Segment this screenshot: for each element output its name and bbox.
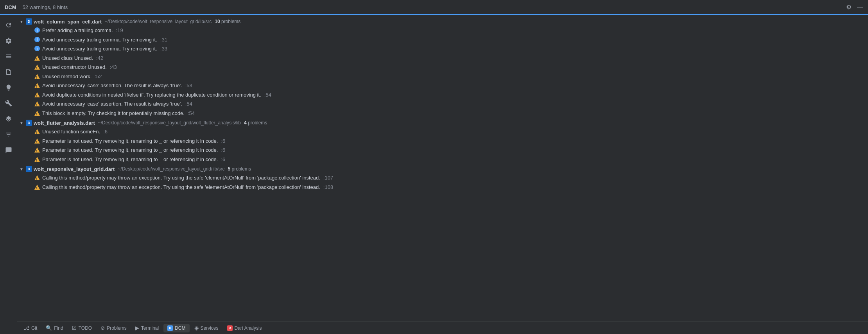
issue-text: Avoid unnecessary 'case' assertion. The …: [42, 100, 182, 108]
issue-3-1[interactable]: Calling this method/property may throw a…: [17, 173, 868, 183]
issue-line: :54: [188, 110, 195, 117]
issue-text: Avoid unnecessary trailing comma. Try re…: [42, 45, 157, 53]
find-icon: 🔍: [46, 325, 52, 331]
issue-text: Unused function someFn.: [42, 128, 100, 136]
dcm-toolbar-icon: D: [167, 325, 173, 331]
file-group-1: ▼ D wolt_column_span_cell.dart ~/Desktop…: [17, 17, 868, 118]
toolbar-problems[interactable]: ⊘ Problems: [97, 323, 131, 332]
dart-analysis-icon: D: [227, 325, 233, 331]
warning-icon: [34, 110, 40, 116]
issue-2-1[interactable]: Unused function someFn. :6: [17, 127, 868, 136]
sidebar-document-icon[interactable]: [2, 65, 16, 79]
warning-icon: [34, 138, 40, 144]
issue-1-4[interactable]: Unused class Unused. :42: [17, 54, 868, 63]
file-name-3: wolt_responsive_layout_grid.dart: [34, 166, 115, 172]
toolbar-git-label: Git: [31, 325, 37, 331]
issue-2-2[interactable]: Parameter is not used. Try removing it, …: [17, 136, 868, 146]
terminal-icon: ▶: [135, 325, 139, 331]
issue-1-3[interactable]: i Avoid unnecessary trailing comma. Try …: [17, 44, 868, 54]
file-path-2: ~/Desktop/code/wolt_responsive_layout_gr…: [98, 120, 241, 126]
issue-text: Parameter is not used. Try removing it, …: [42, 156, 218, 163]
file-group-2: ▼ D wolt_flutter_analysis.dart ~/Desktop…: [17, 119, 868, 164]
issue-3-2[interactable]: Calling this method/property may throw a…: [17, 183, 868, 192]
file-header-1[interactable]: ▼ D wolt_column_span_cell.dart ~/Desktop…: [17, 17, 868, 26]
issue-line: :31: [160, 36, 167, 44]
issue-1-1[interactable]: i Prefer adding a trailing comma. :19: [17, 26, 868, 35]
toolbar-dart-label: Dart Analysis: [235, 325, 262, 331]
toolbar-dcm[interactable]: D DCM: [163, 324, 189, 332]
sidebar-refresh-icon[interactable]: [2, 18, 16, 32]
issue-line: :53: [185, 82, 192, 90]
warning-icon: [34, 147, 40, 153]
issue-1-10[interactable]: This block is empty. Try checking it for…: [17, 109, 868, 118]
issue-text: This block is empty. Try checking it for…: [42, 110, 185, 117]
issue-line: :107: [323, 174, 333, 182]
info-icon: i: [34, 27, 40, 33]
issue-line: :43: [110, 63, 117, 71]
services-icon: ◉: [194, 325, 199, 331]
toolbar-terminal-label: Terminal: [141, 325, 159, 331]
warning-icon: [34, 55, 40, 61]
file-header-3[interactable]: ▼ D wolt_responsive_layout_grid.dart ~/D…: [17, 165, 868, 173]
issue-text: Avoid duplicate conditions in nested 'if…: [42, 91, 261, 99]
sidebar-bulb-icon[interactable]: [2, 81, 16, 95]
file-problems-count-2: 4 problems: [244, 120, 267, 126]
issue-2-3[interactable]: Parameter is not used. Try removing it, …: [17, 145, 868, 155]
toolbar-terminal[interactable]: ▶ Terminal: [131, 323, 163, 332]
file-header-2[interactable]: ▼ D wolt_flutter_analysis.dart ~/Desktop…: [17, 119, 868, 127]
issue-1-7[interactable]: Avoid unnecessary 'case' assertion. The …: [17, 81, 868, 90]
issue-line: :54: [264, 91, 271, 99]
warning-icon: [34, 175, 40, 180]
toolbar-todo-label: TODO: [79, 325, 92, 331]
file-path-3: ~/Desktop/code/wolt_responsive_layout_gr…: [118, 166, 224, 172]
toolbar-dart-analysis[interactable]: D Dart Analysis: [223, 324, 266, 332]
issue-line: :6: [103, 128, 108, 136]
file-problems-count-1: 10 problems: [215, 19, 240, 24]
todo-icon: ☑: [72, 325, 77, 331]
issue-1-6[interactable]: Unused method work. :52: [17, 72, 868, 81]
problems-panel[interactable]: ▼ D wolt_column_span_cell.dart ~/Desktop…: [17, 15, 868, 321]
issue-text: Unused method work.: [42, 73, 91, 81]
issue-line: :6: [221, 156, 225, 163]
sidebar-layers-icon[interactable]: [2, 112, 16, 126]
issue-line: :52: [95, 73, 102, 81]
issue-text: Avoid unnecessary 'case' assertion. The …: [42, 82, 182, 90]
file-path-1: ~/Desktop/code/wolt_responsive_layout_gr…: [105, 19, 212, 24]
toolbar-services[interactable]: ◉ Services: [190, 323, 222, 332]
sidebar-list-icon[interactable]: [2, 49, 16, 63]
issue-text: Parameter is not used. Try removing it, …: [42, 137, 218, 145]
issue-1-8[interactable]: Avoid duplicate conditions in nested 'if…: [17, 90, 868, 100]
warning-icon: [34, 184, 40, 190]
chevron-down-2: ▼: [20, 121, 24, 125]
subtitle: 52 warnings, 8 hints: [23, 4, 68, 10]
issue-text: Calling this method/property may throw a…: [42, 183, 320, 191]
toolbar-find[interactable]: 🔍 Find: [42, 323, 67, 332]
issue-line: :33: [160, 45, 167, 53]
issue-2-4[interactable]: Parameter is not used. Try removing it, …: [17, 155, 868, 164]
settings-title-icon[interactable]: ⚙: [846, 4, 852, 11]
issue-text: Parameter is not used. Try removing it, …: [42, 146, 218, 154]
toolbar-git[interactable]: ⎇ Git: [20, 323, 41, 332]
sidebar-tool-icon[interactable]: [2, 96, 16, 110]
title-bar-actions: ⚙ —: [846, 4, 863, 11]
issue-line: :42: [96, 54, 103, 62]
problems-icon: ⊘: [100, 325, 105, 331]
warning-icon: [34, 64, 40, 70]
issue-1-5[interactable]: Unused constructor Unused. :43: [17, 63, 868, 72]
info-icon: i: [34, 37, 40, 42]
issue-1-9[interactable]: Avoid unnecessary 'case' assertion. The …: [17, 99, 868, 109]
app-title: DCM: [5, 4, 16, 10]
file-group-3: ▼ D wolt_responsive_layout_grid.dart ~/D…: [17, 165, 868, 192]
issue-text: Avoid unnecessary trailing comma. Try re…: [42, 36, 157, 44]
sidebar-chat-icon[interactable]: [2, 143, 16, 157]
toolbar-todo[interactable]: ☑ TODO: [68, 323, 96, 332]
issue-line: :6: [221, 137, 225, 145]
sidebar-settings-icon[interactable]: [2, 34, 16, 48]
sidebar-filter-icon[interactable]: [2, 127, 16, 142]
toolbar-find-label: Find: [54, 325, 63, 331]
dart-file-icon-3: D: [26, 166, 32, 172]
minimize-icon[interactable]: —: [857, 4, 863, 11]
issue-line: :54: [185, 100, 192, 108]
issue-1-2[interactable]: i Avoid unnecessary trailing comma. Try …: [17, 35, 868, 45]
title-bar: DCM 52 warnings, 8 hints ⚙ —: [0, 0, 868, 15]
